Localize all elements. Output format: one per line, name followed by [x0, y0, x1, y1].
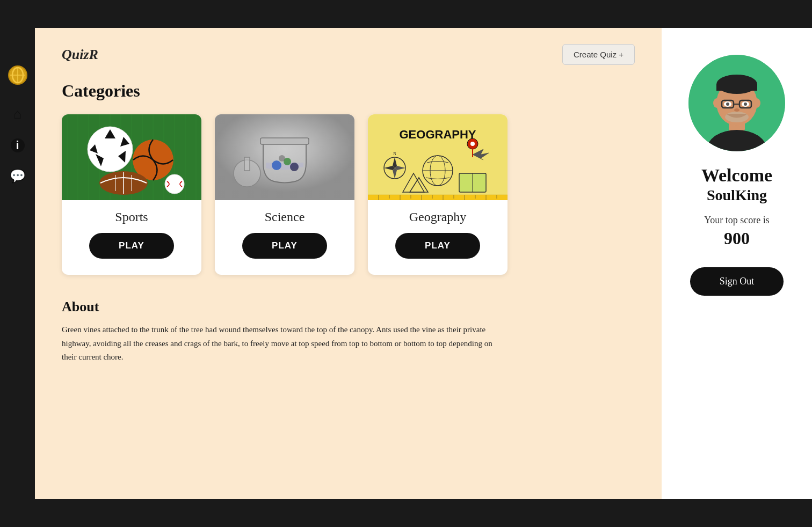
- score-label: Your top score is: [704, 215, 770, 226]
- sports-card: Sports PLAY: [62, 114, 201, 275]
- svg-rect-22: [260, 138, 309, 144]
- avatar: [688, 55, 785, 151]
- cards-row: Sports PLAY: [62, 114, 635, 275]
- create-quiz-button[interactable]: Create Quiz +: [562, 44, 635, 65]
- svg-point-75: [713, 98, 721, 108]
- science-image: [215, 114, 354, 200]
- svg-point-76: [753, 98, 760, 108]
- sports-label: Sports: [115, 210, 148, 224]
- top-black-bar: [0, 0, 812, 28]
- geography-card: GEOGRAPHY N: [368, 114, 508, 275]
- geography-play-button[interactable]: PLAY: [395, 233, 480, 259]
- username-text: SoulKing: [707, 187, 767, 204]
- main-content: QuizR Create Quiz + Categories: [35, 28, 662, 499]
- home-icon[interactable]: ⌂: [13, 106, 22, 122]
- about-title: About: [62, 299, 635, 315]
- sports-play-button[interactable]: PLAY: [89, 233, 174, 259]
- svg-text:GEOGRAPHY: GEOGRAPHY: [399, 128, 476, 141]
- chat-icon[interactable]: 💬: [10, 169, 26, 184]
- svg-rect-47: [368, 195, 508, 200]
- svg-point-27: [290, 163, 299, 171]
- logo-coin-icon: [8, 65, 27, 85]
- top-bar: QuizR Create Quiz +: [62, 44, 635, 65]
- app-name: QuizR: [62, 47, 98, 63]
- sign-out-button[interactable]: Sign Out: [690, 267, 784, 296]
- geography-image: GEOGRAPHY N: [368, 114, 508, 200]
- svg-point-19: [165, 174, 184, 194]
- score-value: 900: [724, 229, 750, 248]
- bottom-black-bar: [0, 499, 812, 527]
- info-icon[interactable]: i: [11, 138, 25, 152]
- right-sidebar: Welcome SoulKing Your top score is 900 S…: [662, 28, 812, 499]
- svg-point-73: [734, 108, 740, 112]
- welcome-text: Welcome: [701, 165, 772, 187]
- nav-icons: ⌂ i 💬: [10, 106, 26, 184]
- science-play-button[interactable]: PLAY: [242, 233, 327, 259]
- left-nav-bar: ⌂ i 💬: [0, 28, 35, 527]
- about-text: Green vines attached to the trunk of the…: [62, 323, 508, 364]
- svg-point-72: [744, 103, 747, 106]
- science-label: Science: [265, 210, 305, 224]
- svg-point-25: [272, 160, 281, 170]
- svg-point-28: [279, 155, 285, 162]
- svg-text:N: N: [393, 151, 396, 156]
- sports-image: [62, 114, 201, 200]
- avatar-container: [688, 55, 785, 151]
- geography-label: Geography: [409, 210, 467, 224]
- categories-title: Categories: [62, 81, 635, 101]
- svg-point-70: [726, 103, 729, 106]
- svg-rect-65: [716, 84, 757, 91]
- svg-rect-29: [368, 114, 508, 200]
- science-card: Science PLAY: [215, 114, 354, 275]
- svg-rect-24: [244, 157, 250, 171]
- logo: QuizR: [62, 47, 98, 63]
- svg-point-41: [470, 142, 475, 146]
